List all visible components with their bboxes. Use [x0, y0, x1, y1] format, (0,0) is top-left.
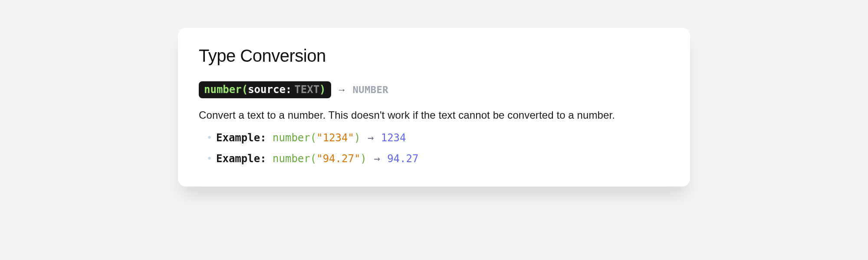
- function-description: Convert a text to a number. This doesn't…: [199, 107, 669, 123]
- function-signature: number(source: TEXT) → NUMBER: [199, 81, 669, 98]
- section-heading: Type Conversion: [199, 46, 669, 66]
- list-item: Example: number("94.27") → 94.27: [207, 153, 669, 165]
- arrow-icon: →: [373, 153, 381, 165]
- sig-return-type: NUMBER: [353, 84, 388, 95]
- sig-close-paren: ): [319, 83, 326, 96]
- sig-arrow-icon: →: [337, 84, 347, 96]
- ex-close: ): [360, 153, 366, 165]
- ex-result: 1234: [381, 132, 406, 144]
- ex-open: (: [310, 132, 316, 144]
- sig-fn-name: number: [204, 83, 242, 96]
- ex-close: ): [354, 132, 360, 144]
- ex-result: 94.27: [387, 153, 418, 165]
- sig-open-paren: (: [242, 83, 248, 96]
- example-label: Example:: [216, 132, 266, 144]
- examples-list: Example: number("1234") → 1234 Example: …: [199, 132, 669, 165]
- list-item: Example: number("1234") → 1234: [207, 132, 669, 144]
- ex-arg: "94.27": [316, 153, 360, 165]
- signature-pill: number(source: TEXT): [199, 81, 331, 98]
- sig-arg-name: source:: [248, 83, 292, 96]
- ex-open: (: [310, 153, 316, 165]
- sig-arg-type: TEXT: [292, 83, 319, 96]
- arrow-icon: →: [367, 132, 375, 144]
- ex-fn: number: [273, 132, 310, 144]
- ex-arg: "1234": [316, 132, 354, 144]
- example-label: Example:: [216, 153, 266, 165]
- doc-card: Type Conversion number(source: TEXT) → N…: [178, 28, 690, 187]
- ex-fn: number: [273, 153, 310, 165]
